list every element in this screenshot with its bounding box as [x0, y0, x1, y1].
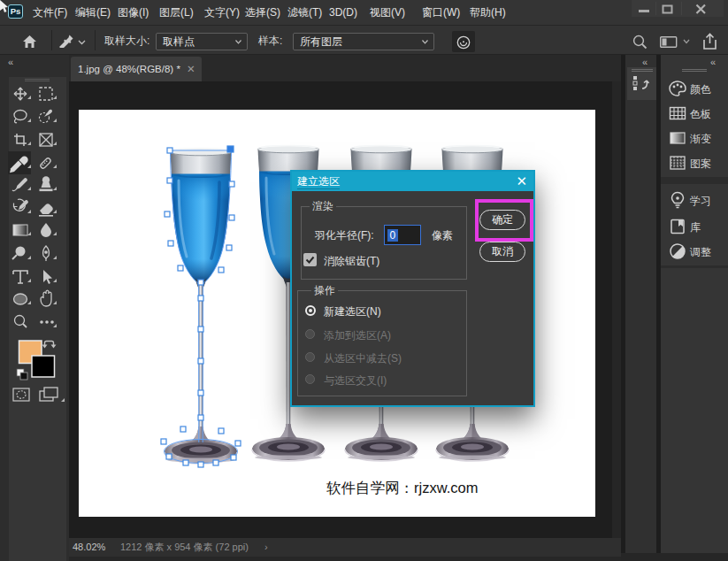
svg-text:软件自学网：rjzxw.com: 软件自学网：rjzxw.com: [326, 480, 478, 496]
